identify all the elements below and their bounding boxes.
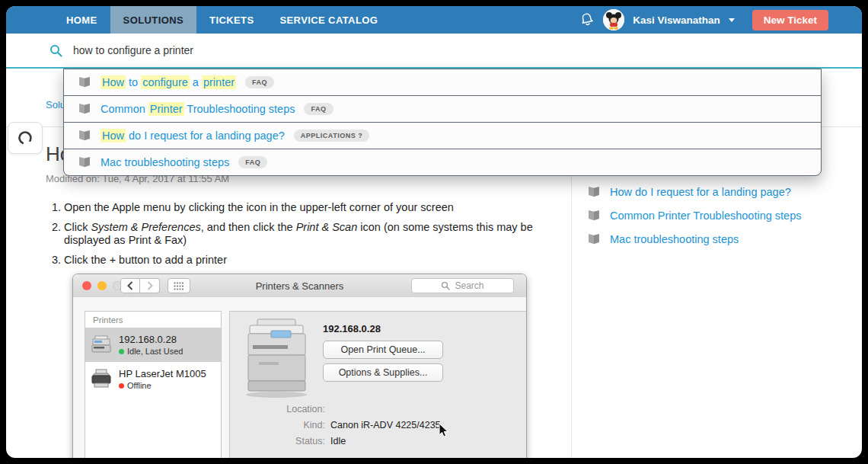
app-frame: HOMESOLUTIONSTICKETSSERVICE CATALOG [6, 6, 862, 458]
status-dot [119, 383, 124, 389]
nav-tabs: HOMESOLUTIONSTICKETSSERVICE CATALOG [53, 6, 391, 34]
search-icon [49, 44, 62, 57]
printer-detail-fields: Location:Kind:Canon iR-ADV 4225/4235Stat… [255, 405, 441, 453]
detail-field-value: Canon iR-ADV 4225/4235 [330, 421, 441, 430]
printer-detail-name: 192.168.0.28 [323, 323, 381, 334]
solutions-search-bar [6, 34, 862, 69]
suggestion-category-badge: APPLICATIONS ? [294, 130, 369, 142]
suggestion-row[interactable]: Mac troubleshooting stepsFAQ [64, 149, 821, 175]
printer-detail-buttons: Open Print Queue...Options & Supplies... [323, 341, 443, 382]
nav-tab-tickets[interactable]: TICKETS [196, 6, 266, 34]
book-icon [78, 130, 91, 142]
book-icon [78, 103, 91, 115]
back-forward-group [120, 278, 160, 293]
mac-search-label: Search [455, 280, 483, 291]
book-icon [587, 233, 601, 245]
article-steps: Open the Apple menu by clicking the icon… [46, 201, 548, 267]
traffic-lights [82, 281, 122, 290]
book-icon [78, 76, 91, 88]
suggestion-row[interactable]: Common Printer Troubleshooting stepsFAQ [64, 95, 821, 122]
mac-body: Printers 192.168.0.28Idle, Last UsedHP L… [73, 297, 526, 458]
printer-detail-panel: 192.168.0.28 Open Print Queue...Options … [229, 311, 526, 458]
suggestion-category-badge: FAQ [238, 156, 267, 168]
related-article-link[interactable]: Mac troubleshooting steps [587, 233, 862, 245]
search-suggestions-dropdown: How to configure a printerFAQCommon Prin… [63, 69, 822, 176]
suggestion-category-badge: FAQ [245, 76, 274, 88]
suggestion-title: Common Printer Troubleshooting steps [101, 103, 295, 115]
suggestion-row[interactable]: How to configure a printerFAQ [64, 69, 821, 95]
bell-icon[interactable] [579, 12, 595, 27]
printer-info: HP LaserJet M1005Offline [119, 368, 206, 390]
nav-right-group: Kasi Viswanathan New Ticket [579, 6, 828, 34]
nav-tab-service-catalog[interactable]: SERVICE CATALOG [266, 6, 391, 34]
step-item: Click System & Preferences, and then cli… [64, 221, 548, 247]
printer-name: HP LaserJet M1005 [119, 368, 206, 379]
detail-field-row: Location: [255, 405, 441, 414]
mac-titlebar: Printers & Scanners Search [73, 274, 526, 298]
mouse-cursor [439, 423, 449, 441]
related-article-link[interactable]: How do I request for a landing page? [587, 186, 862, 198]
status-dot [119, 349, 124, 354]
printer-status: Offline [119, 381, 206, 390]
embedded-screenshot-printers-scanners: Printers & Scanners Search Printers 192.… [72, 274, 527, 458]
printer-info: 192.168.0.28Idle, Last Used [119, 334, 183, 356]
detail-field-label: Status: [255, 437, 325, 446]
suggestion-row[interactable]: How do I request for a landing page?APPL… [64, 122, 821, 149]
detail-field-value: Idle [330, 437, 346, 446]
minimize-icon[interactable] [97, 281, 107, 290]
printer-list-header: Printers [85, 312, 221, 328]
options-supplies-button[interactable]: Options & Supplies... [323, 363, 443, 382]
printer-name: 192.168.0.28 [119, 334, 183, 345]
step-item: Click the + button to add a printer [64, 254, 548, 267]
mac-search-field[interactable]: Search [411, 278, 514, 293]
suggestion-title: How to configure a printer [101, 76, 236, 88]
related-article-title: How do I request for a landing page? [610, 186, 791, 198]
user-menu[interactable]: Kasi Viswanathan [633, 14, 720, 26]
printer-icon [90, 369, 113, 390]
back-button[interactable] [120, 278, 140, 293]
suggestion-category-badge: FAQ [304, 103, 333, 115]
related-articles-sidebar: How do I request for a landing page?Comm… [571, 127, 862, 458]
suggestion-title: How do I request for a landing page? [101, 130, 285, 142]
detail-field-label: Kind: [255, 421, 325, 430]
printer-illustration [241, 318, 313, 403]
related-article-link[interactable]: Common Printer Troubleshooting steps [587, 210, 862, 222]
headset-icon [17, 130, 34, 146]
search-input[interactable] [72, 43, 608, 57]
chevron-down-icon[interactable] [729, 18, 735, 22]
related-article-title: Mac troubleshooting steps [610, 233, 739, 245]
printer-list-panel: Printers 192.168.0.28Idle, Last UsedHP L… [85, 311, 222, 458]
nav-tab-home[interactable]: HOME [53, 6, 110, 34]
open-print-queue-button[interactable]: Open Print Queue... [323, 341, 443, 359]
suggestion-title: Mac troubleshooting steps [101, 156, 229, 168]
book-icon [587, 210, 601, 222]
grid-view-icon[interactable] [168, 278, 190, 293]
detail-field-label: Location: [255, 405, 325, 414]
magnifier-icon [441, 281, 450, 290]
printer-icon [90, 334, 113, 356]
related-article-title: Common Printer Troubleshooting steps [610, 210, 801, 222]
feedback-widget-tab[interactable] [8, 122, 43, 154]
close-icon[interactable] [82, 281, 91, 290]
printer-status: Idle, Last Used [119, 347, 183, 356]
printer-row[interactable]: 192.168.0.28Idle, Last Used [85, 328, 221, 362]
avatar[interactable] [603, 9, 624, 30]
new-ticket-button[interactable]: New Ticket [752, 10, 828, 30]
detail-field-row: Kind:Canon iR-ADV 4225/4235 [255, 421, 441, 430]
book-icon [587, 186, 601, 198]
step-item: Open the Apple menu by clicking the icon… [64, 201, 548, 214]
mac-window-title: Printers & Scanners [256, 280, 344, 292]
article-main: How to configure a printer Modified on: … [6, 127, 571, 458]
printer-rows: 192.168.0.28Idle, Last UsedHP LaserJet M… [85, 328, 221, 396]
detail-field-row: Status:Idle [255, 437, 441, 446]
book-icon [78, 156, 91, 168]
content-area: How to configure a printer Modified on: … [6, 127, 862, 458]
printer-row[interactable]: HP LaserJet M1005Offline [85, 362, 221, 396]
top-navbar: HOMESOLUTIONSTICKETSSERVICE CATALOG [6, 6, 862, 34]
nav-tab-solutions[interactable]: SOLUTIONS [110, 6, 196, 34]
forward-button[interactable] [140, 278, 160, 293]
